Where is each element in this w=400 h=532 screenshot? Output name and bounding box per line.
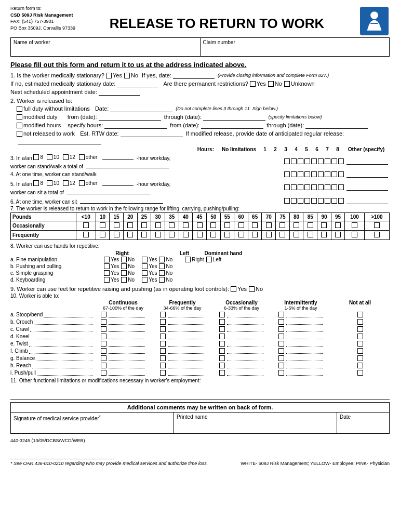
q5-h6-cb[interactable]: [325, 184, 330, 190]
freq-60-cb[interactable]: [238, 232, 244, 237]
q10-stoop-freq-cb[interactable]: [160, 312, 166, 317]
q8-b-right-yes-cb[interactable]: [104, 263, 110, 269]
q6-h4-cb[interactable]: [311, 198, 317, 204]
q8-b-right-yes[interactable]: Yes: [104, 263, 119, 269]
q10-d--kneel-freq-cb[interactable]: [160, 334, 166, 339]
q10-b--crouch-occ-cb[interactable]: [219, 319, 225, 325]
q3-h7-cb[interactable]: [331, 158, 337, 164]
q9-no-option[interactable]: No: [249, 286, 263, 292]
q2-est-rtw-field[interactable]: [121, 130, 183, 137]
q4-h4-cb[interactable]: [311, 171, 317, 177]
q2-date-field[interactable]: [110, 105, 172, 112]
q3-no-limit-cb[interactable]: [284, 158, 290, 164]
occ-40-cb[interactable]: [183, 222, 189, 228]
q8-c-left-yes-cb[interactable]: [142, 270, 148, 276]
occ-95-cb[interactable]: [335, 222, 341, 228]
q8-c-right-no-cb[interactable]: [121, 270, 127, 276]
q10-c--crawl-occ-cb[interactable]: [219, 326, 225, 332]
q9-yes-cb[interactable]: [231, 286, 236, 292]
q8-dominant-right[interactable]: Right: [185, 257, 204, 262]
q10-i--push-pull-occ-cb[interactable]: [219, 370, 225, 376]
q10-d--kneel-none-cb[interactable]: [357, 334, 363, 339]
q6-h5-cb[interactable]: [318, 198, 324, 204]
q5-12-cb[interactable]: [63, 180, 69, 186]
freq-80-cb[interactable]: [294, 232, 299, 237]
freq-70-cb[interactable]: [266, 232, 272, 237]
q8-b-left-no[interactable]: No: [159, 263, 172, 269]
q8-b-left-no-cb[interactable]: [159, 263, 165, 269]
freq-25-cb[interactable]: [141, 232, 147, 237]
q3-h5-cb[interactable]: [318, 158, 324, 164]
q5-h7-cb[interactable]: [331, 184, 337, 190]
freq-10-cb[interactable]: [100, 232, 105, 237]
freq-35-cb[interactable]: [169, 232, 175, 237]
q3-h2-cb[interactable]: [298, 158, 303, 164]
freq-lt10-cb[interactable]: [83, 232, 89, 237]
q8-d-left-no-cb[interactable]: [159, 277, 165, 283]
q10-stoop-occ-cb[interactable]: [219, 312, 225, 317]
occ-90-cb[interactable]: [321, 222, 327, 228]
q10-i--push-pull-none-cb[interactable]: [357, 370, 363, 376]
q8-d-right-yes[interactable]: Yes: [104, 277, 119, 283]
q8-b-left-yes[interactable]: Yes: [142, 263, 157, 269]
q10-h--reach-occ-cb[interactable]: [219, 363, 225, 368]
q11-field[interactable]: [10, 384, 390, 400]
q1-stationary-date[interactable]: [117, 80, 158, 87]
q10-i--push-pull-cont-cb[interactable]: [101, 370, 106, 376]
q1-appt-date[interactable]: [99, 88, 140, 96]
q3-10-cb[interactable]: [47, 154, 52, 160]
occ-100-cb[interactable]: [352, 222, 357, 228]
q6-no-limit-cb[interactable]: [284, 198, 290, 204]
q10-f--climb-cont-cb[interactable]: [101, 348, 106, 354]
freq-95-cb[interactable]: [335, 232, 341, 237]
freq-15-cb[interactable]: [114, 232, 119, 237]
q10-f--climb-occ-cb[interactable]: [219, 348, 225, 354]
q10-e--twist-cont-cb[interactable]: [101, 341, 106, 347]
q10-stoop-inter-cb[interactable]: [278, 312, 284, 317]
q8-d-right-no[interactable]: No: [121, 277, 135, 283]
q10-f--climb-freq-cb[interactable]: [160, 348, 166, 354]
q2-not-released-checkbox[interactable]: [17, 131, 22, 137]
q8-d-left-yes-cb[interactable]: [142, 277, 148, 283]
q5-other-cb[interactable]: [79, 180, 85, 186]
q3-other-spec[interactable]: [346, 157, 388, 165]
occ-70-cb[interactable]: [266, 222, 272, 228]
q6-h2-cb[interactable]: [298, 198, 303, 204]
q10-g--balance-occ-cb[interactable]: [219, 355, 225, 361]
q1-no-checkbox[interactable]: [124, 73, 130, 78]
q6-h7-cb[interactable]: [331, 198, 337, 204]
q10-e--twist-freq-cb[interactable]: [160, 341, 166, 347]
q4-h2-cb[interactable]: [298, 171, 303, 177]
q1-perm-yes-option[interactable]: Yes: [250, 81, 266, 87]
q10-b--crouch-inter-cb[interactable]: [278, 319, 284, 325]
freq-55-cb[interactable]: [224, 232, 230, 237]
q2-modified-duty-checkbox[interactable]: [17, 114, 22, 120]
q1-unknown-checkbox[interactable]: [284, 81, 290, 87]
q6-h3-cb[interactable]: [304, 198, 310, 204]
q10-e--twist-none-cb[interactable]: [357, 341, 363, 347]
q5-10-option[interactable]: 10: [47, 180, 59, 186]
q5-8-option[interactable]: 8: [33, 180, 43, 186]
q2-modified-duty-option[interactable]: modified duty: [17, 114, 57, 120]
q8-a-right-yes-cb[interactable]: [104, 257, 110, 262]
q8-b-left-yes-cb[interactable]: [142, 263, 148, 269]
q3-h4-cb[interactable]: [311, 158, 317, 164]
q8-d-left-no[interactable]: No: [159, 277, 172, 283]
q10-c--crawl-cont-cb[interactable]: [101, 326, 106, 332]
q10-c--crawl-freq-cb[interactable]: [160, 326, 166, 332]
q1-no-option[interactable]: No: [124, 72, 138, 78]
q8-b-right-no-cb[interactable]: [121, 263, 127, 269]
q10-h--reach-cont-cb[interactable]: [101, 363, 106, 368]
q3-other-option[interactable]: other: [79, 154, 98, 160]
q5-no-limit-cb[interactable]: [284, 184, 290, 190]
q1-perm-yes-checkbox[interactable]: [250, 81, 256, 87]
occ-55-cb[interactable]: [224, 222, 230, 228]
q2-specify-hours-field[interactable]: [104, 122, 167, 129]
q5-other-field[interactable]: [102, 179, 134, 186]
freq-30-cb[interactable]: [155, 232, 161, 237]
freq-45-cb[interactable]: [197, 232, 203, 237]
occ-gt100-cb[interactable]: [374, 222, 380, 228]
q10-e--twist-occ-cb[interactable]: [219, 341, 225, 347]
q8-c-left-no-cb[interactable]: [159, 270, 165, 276]
freq-75-cb[interactable]: [279, 232, 285, 237]
